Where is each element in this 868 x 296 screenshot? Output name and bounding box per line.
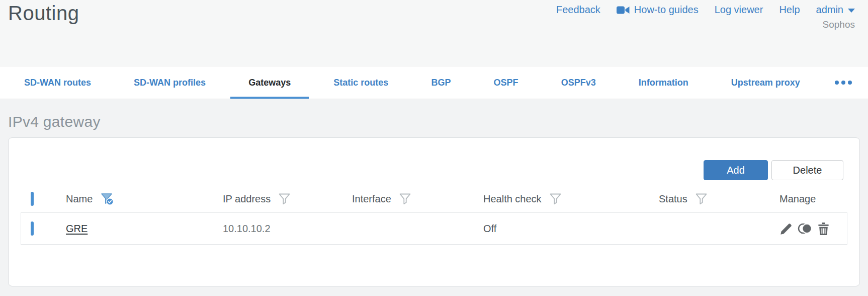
feedback-label: Feedback	[556, 4, 600, 16]
tab-information[interactable]: Information	[618, 66, 710, 99]
clone-icon[interactable]	[798, 222, 813, 235]
tab-gateways[interactable]: Gateways	[227, 66, 312, 99]
tab-ospf[interactable]: OSPF	[473, 66, 540, 99]
column-health-check: Health check	[483, 193, 542, 205]
tab-upstream-proxy[interactable]: Upstream proxy	[710, 66, 821, 99]
column-ip-address: IP address	[223, 193, 271, 205]
table-body: GRE 10.10.10.2 Off	[21, 212, 847, 245]
log-viewer-link[interactable]: Log viewer	[715, 4, 763, 16]
cell-ip-address: 10.10.10.2	[223, 223, 352, 235]
routing-tabbar: SD-WAN routes SD-WAN profiles Gateways S…	[0, 66, 868, 99]
feedback-link[interactable]: Feedback	[556, 4, 600, 16]
cell-health-check: Off	[483, 223, 659, 235]
caret-down-icon	[848, 9, 855, 13]
table-row: GRE 10.10.10.2 Off	[21, 213, 847, 244]
brand-label: Sophos	[823, 19, 855, 30]
more-tabs-icon[interactable]	[822, 66, 865, 99]
add-button[interactable]: Add	[704, 160, 768, 180]
top-nav: Feedback How-to guides Log viewer Help a…	[556, 4, 855, 16]
page-header: Routing Feedback How-to guides Log viewe…	[0, 0, 868, 66]
user-menu[interactable]: admin	[816, 4, 855, 16]
log-viewer-label: Log viewer	[715, 4, 763, 16]
delete-icon[interactable]	[817, 222, 830, 236]
gateway-name-link[interactable]: GRE	[66, 223, 88, 234]
tab-sdwan-profiles[interactable]: SD-WAN profiles	[113, 66, 227, 99]
column-interface: Interface	[352, 193, 391, 205]
filter-icon[interactable]	[278, 193, 291, 205]
video-camera-icon	[617, 5, 630, 15]
table-header: Name IP address Interface	[9, 185, 859, 212]
tab-sdwan-routes[interactable]: SD-WAN routes	[3, 66, 112, 99]
tab-static-routes[interactable]: Static routes	[312, 66, 409, 99]
table-toolbar: Add Delete	[9, 138, 859, 185]
tab-ospfv3[interactable]: OSPFv3	[540, 66, 617, 99]
filter-icon[interactable]	[399, 193, 411, 205]
content-area: IPv4 gateway Add Delete Name IP address	[0, 99, 868, 296]
ipv4-gateway-panel: Add Delete Name IP address	[8, 137, 860, 286]
help-label: Help	[779, 4, 800, 16]
tab-bgp[interactable]: BGP	[410, 66, 472, 99]
column-name: Name	[66, 193, 93, 205]
filter-icon[interactable]	[549, 193, 562, 205]
filter-active-icon[interactable]	[100, 192, 114, 206]
column-manage: Manage	[779, 193, 816, 205]
row-checkbox[interactable]	[31, 221, 34, 236]
delete-button[interactable]: Delete	[771, 160, 843, 180]
section-heading: IPv4 gateway	[0, 99, 868, 130]
cell-manage	[779, 222, 847, 236]
filter-icon[interactable]	[695, 193, 708, 205]
column-status: Status	[659, 193, 687, 205]
user-menu-label: admin	[816, 4, 843, 16]
howto-guides-link[interactable]: How-to guides	[617, 4, 699, 16]
howto-guides-label: How-to guides	[634, 4, 699, 16]
select-all-checkbox[interactable]	[31, 192, 34, 206]
edit-icon[interactable]	[779, 222, 793, 236]
help-link[interactable]: Help	[779, 4, 800, 16]
